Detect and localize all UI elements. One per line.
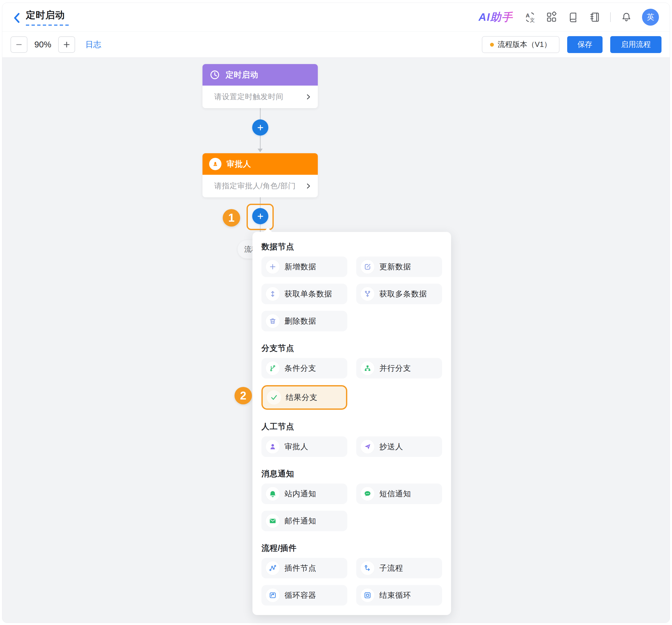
add-node-button-1[interactable] [252,119,268,136]
menu-item-result-branch[interactable]: 结果分支 [261,385,347,410]
menu-item-end-loop[interactable]: 结束循环 [356,585,442,605]
canvas-toolbar: 90% 日志 流程版本（V1） 保存 启用流程 [2,31,670,58]
person-icon [265,439,280,454]
clock-icon [209,69,220,80]
translate-icon[interactable]: A 文 [524,11,536,23]
section-title: 分支节点 [261,344,442,353]
annotation-step-2: 2 [235,387,252,404]
chevron-right-icon [305,93,312,101]
menu-section-branch: 分支节点 条件分支 [261,344,442,410]
page-title: 定时启动 [26,9,70,22]
top-header: 定时启动 AI助手 A 文 [2,3,670,31]
org-tree-icon [360,361,375,376]
popup-notch [263,227,272,232]
svg-text:A: A [526,12,530,19]
ai-assistant-logo[interactable]: AI助手 [479,10,514,24]
check-icon [267,390,281,405]
menu-item-cc-person[interactable]: 抄送人 [356,436,442,457]
menu-item-delete-data[interactable]: 删除数据 [261,311,347,331]
edit-icon [360,260,375,274]
menu-item-add-data[interactable]: 新增数据 [261,257,347,277]
menu-item-parallel-branch[interactable]: 并行分支 [356,358,442,379]
menu-item-sms-notice[interactable]: 短信通知 [356,484,442,504]
section-title: 数据节点 [261,242,442,251]
menu-section-notify: 消息通知 站内通知 [261,469,442,531]
apps-grid-icon[interactable] [546,11,557,23]
node-subtitle: 请指定审批人/角色/部门 [214,181,296,191]
menu-item-plugin-node[interactable]: 插件节点 [261,558,347,578]
connector-arrow-1 [258,149,263,152]
menu-item-email-notice[interactable]: 邮件通知 [261,511,347,531]
git-branch-icon [265,361,280,376]
bell-icon [265,487,280,501]
vertical-arrows-icon [265,287,280,301]
flow-node-approver[interactable]: 审批人 请指定审批人/角色/部门 [202,153,318,197]
menu-item-condition-branch[interactable]: 条件分支 [261,358,347,379]
trash-icon [265,314,280,328]
svg-text:文: 文 [530,17,535,23]
scatter-plot-icon [265,561,280,575]
menu-item-subflow[interactable]: 子流程 [356,558,442,578]
chat-bubble-icon [360,487,375,501]
section-title: 人工节点 [261,422,442,431]
enable-flow-button[interactable]: 启用流程 [610,36,662,53]
version-status-dot [490,43,494,47]
flow-title-editable[interactable]: 定时启动 [26,9,70,26]
menu-item-site-notice[interactable]: 站内通知 [261,484,347,504]
menu-section-data: 数据节点 新增数据 更新数据 [261,242,442,331]
approver-stamp-icon [209,158,221,170]
section-title: 消息通知 [261,469,442,478]
envelope-icon [265,514,280,528]
section-title: 流程/插件 [261,544,442,553]
menu-item-get-multi-data[interactable]: 获取多条数据 [356,284,442,304]
notebook-icon[interactable] [589,11,600,23]
paper-plane-icon [360,439,375,454]
back-icon[interactable] [13,12,22,24]
chevron-right-icon [305,182,312,190]
node-picker-popup: 数据节点 新增数据 更新数据 [253,232,451,615]
flow-node-timer-start[interactable]: 定时启动 请设置定时触发时间 [202,64,318,108]
zoom-out-button[interactable] [10,37,27,53]
app-window: 定时启动 AI助手 A 文 [0,0,672,625]
end-loop-icon [360,588,375,602]
plus-icon [265,260,280,274]
add-node-button-2[interactable] [252,208,268,224]
node-title: 定时启动 [225,69,258,80]
menu-item-approver[interactable]: 审批人 [261,436,347,457]
flow-version-selector[interactable]: 流程版本（V1） [482,36,559,53]
branch-arrows-icon [360,287,375,301]
menu-item-get-single-data[interactable]: 获取单条数据 [261,284,347,304]
log-link[interactable]: 日志 [85,39,101,50]
user-avatar[interactable]: 英 [642,9,659,26]
zoom-in-button[interactable] [58,37,75,53]
node-subtitle: 请设置定时触发时间 [214,92,284,102]
annotation-step-1: 1 [223,209,240,226]
title-edit-underline [26,25,70,26]
save-button[interactable]: 保存 [567,36,603,53]
header-divider [610,12,611,22]
menu-section-flow-plugin: 流程/插件 插件节点 [261,544,442,605]
menu-item-loop-container[interactable]: 循环容器 [261,585,347,605]
menu-item-update-data[interactable]: 更新数据 [356,257,442,277]
node-title: 审批人 [226,159,251,169]
menu-section-manual: 人工节点 审批人 [261,422,442,457]
book-icon[interactable] [567,11,579,23]
subflow-icon [360,561,375,575]
notification-bell-icon[interactable] [621,11,632,23]
zoom-level: 90% [27,40,58,49]
version-label: 流程版本（V1） [498,40,551,50]
loop-icon [265,588,280,602]
